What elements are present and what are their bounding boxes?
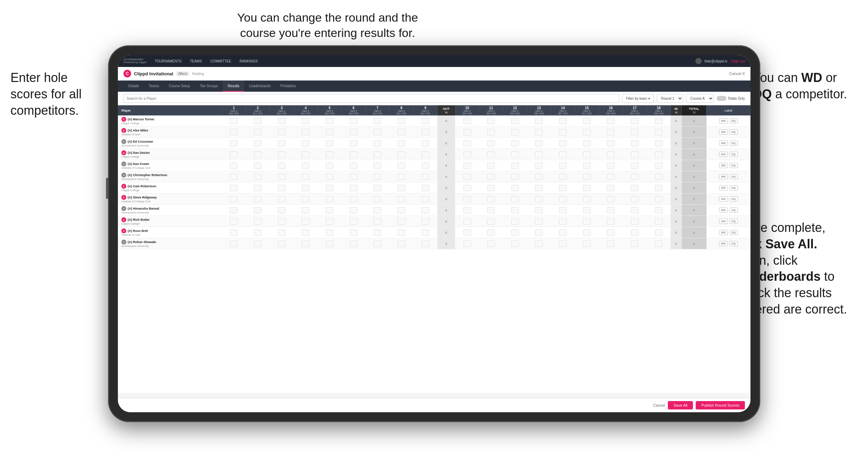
score-input-h18-p9[interactable]: [655, 218, 663, 225]
score-input-h14-p2[interactable]: [559, 140, 567, 146]
score-input-h16-p0[interactable]: [607, 118, 614, 124]
score-input-h2-p3[interactable]: [254, 151, 262, 158]
score-input-h10-p10[interactable]: [463, 229, 471, 236]
score-input-h3-p11[interactable]: [278, 241, 286, 247]
score-input-h13-p8[interactable]: [535, 207, 543, 213]
score-input-h10-p3[interactable]: [463, 151, 471, 158]
score-input-h15-p8[interactable]: [583, 207, 591, 213]
score-input-h3-p7[interactable]: [278, 196, 286, 202]
score-input-h5-p4[interactable]: [326, 163, 333, 169]
score-input-h8-p0[interactable]: [398, 118, 405, 124]
score-input-h9-p10[interactable]: [422, 229, 429, 236]
score-input-h18-p1[interactable]: [655, 129, 663, 135]
score-input-h10-p1[interactable]: [463, 129, 471, 135]
score-input-h17-p9[interactable]: [631, 218, 639, 225]
dq-button-4[interactable]: DQ: [730, 163, 738, 168]
score-input-h9-p0[interactable]: [422, 118, 429, 124]
score-input-h16-p7[interactable]: [607, 196, 614, 202]
score-input-h4-p9[interactable]: [302, 218, 309, 225]
score-input-h9-p9[interactable]: [422, 218, 429, 225]
score-input-h3-p9[interactable]: [278, 218, 286, 225]
score-input-h13-p7[interactable]: [535, 196, 543, 202]
score-input-h16-p11[interactable]: [607, 241, 614, 247]
dq-button-7[interactable]: DQ: [730, 196, 738, 202]
score-input-h4-p8[interactable]: [302, 207, 309, 213]
nav-tournaments[interactable]: TOURNAMENTS: [153, 59, 183, 63]
score-input-h15-p6[interactable]: [583, 185, 591, 191]
score-input-h11-p7[interactable]: [487, 196, 495, 202]
score-input-h17-p0[interactable]: [631, 118, 639, 124]
score-input-h16-p3[interactable]: [607, 151, 614, 158]
score-input-h18-p8[interactable]: [655, 207, 663, 213]
totals-only-toggle[interactable]: Totals Only: [717, 96, 745, 101]
score-input-h13-p10[interactable]: [535, 229, 543, 236]
filter-by-team-button[interactable]: Filter by team ▾: [622, 94, 654, 103]
score-input-h15-p9[interactable]: [583, 218, 591, 225]
score-input-h7-p11[interactable]: [373, 241, 381, 247]
score-input-h2-p11[interactable]: [254, 241, 262, 247]
score-input-h4-p3[interactable]: [302, 151, 309, 158]
score-input-h2-p9[interactable]: [254, 218, 262, 225]
score-input-h7-p6[interactable]: [373, 185, 381, 191]
score-input-h4-p11[interactable]: [302, 241, 309, 247]
tab-tee-groups[interactable]: Tee Groups: [195, 81, 223, 92]
score-input-h9-p1[interactable]: [422, 129, 429, 135]
round-select[interactable]: Round 1 Round 2 Round 3 Round 4: [657, 94, 683, 103]
tournament-cancel-button[interactable]: Cancel X: [729, 71, 745, 76]
score-input-h6-p7[interactable]: [350, 196, 357, 202]
score-input-h12-p10[interactable]: [511, 229, 519, 236]
score-input-h14-p7[interactable]: [559, 196, 567, 202]
score-input-h3-p10[interactable]: [278, 229, 286, 236]
score-input-h13-p3[interactable]: [535, 151, 543, 158]
score-input-h12-p9[interactable]: [511, 218, 519, 225]
score-input-h7-p2[interactable]: [373, 140, 381, 146]
score-input-h9-p5[interactable]: [422, 174, 429, 180]
score-input-h10-p9[interactable]: [463, 218, 471, 225]
score-input-h16-p6[interactable]: [607, 185, 614, 191]
score-input-h11-p8[interactable]: [487, 207, 495, 213]
score-input-h4-p0[interactable]: [302, 118, 309, 124]
wd-button-9[interactable]: WD: [719, 219, 728, 224]
score-input-h6-p11[interactable]: [350, 241, 357, 247]
score-input-h1-p2[interactable]: [230, 140, 237, 146]
score-input-h13-p6[interactable]: [535, 185, 543, 191]
score-input-h11-p4[interactable]: [487, 163, 495, 169]
score-input-h13-p4[interactable]: [535, 163, 543, 169]
score-input-h10-p2[interactable]: [463, 140, 471, 146]
score-input-h6-p1[interactable]: [350, 129, 357, 135]
score-input-h5-p5[interactable]: [326, 174, 333, 180]
tab-printables[interactable]: Printables: [276, 81, 301, 92]
wd-button-7[interactable]: WD: [719, 196, 728, 202]
score-input-h4-p1[interactable]: [302, 129, 309, 135]
score-input-h9-p4[interactable]: [422, 163, 429, 169]
score-input-h5-p11[interactable]: [326, 241, 333, 247]
score-input-h11-p3[interactable]: [487, 151, 495, 158]
score-input-h5-p1[interactable]: [326, 129, 333, 135]
dq-button-6[interactable]: DQ: [730, 185, 738, 190]
score-input-h1-p9[interactable]: [230, 218, 237, 225]
score-input-h13-p5[interactable]: [535, 174, 543, 180]
score-input-h2-p2[interactable]: [254, 140, 262, 146]
score-input-h18-p10[interactable]: [655, 229, 663, 236]
wd-button-0[interactable]: WD: [719, 118, 728, 123]
score-input-h1-p7[interactable]: [230, 196, 237, 202]
score-input-h5-p8[interactable]: [326, 207, 333, 213]
score-input-h1-p6[interactable]: [230, 185, 237, 191]
score-input-h4-p4[interactable]: [302, 163, 309, 169]
score-input-h6-p0[interactable]: [350, 118, 357, 124]
score-input-h7-p0[interactable]: [373, 118, 381, 124]
score-input-h6-p3[interactable]: [350, 151, 357, 158]
score-input-h17-p4[interactable]: [631, 163, 639, 169]
score-input-h3-p5[interactable]: [278, 174, 286, 180]
dq-button-1[interactable]: DQ: [730, 129, 738, 135]
score-input-h17-p1[interactable]: [631, 129, 639, 135]
score-input-h17-p8[interactable]: [631, 207, 639, 213]
score-input-h12-p6[interactable]: [511, 185, 519, 191]
score-input-h15-p2[interactable]: [583, 140, 591, 146]
nav-teams[interactable]: TEAMS: [188, 59, 203, 63]
search-player-input[interactable]: [123, 94, 619, 103]
score-input-h9-p6[interactable]: [422, 185, 429, 191]
score-input-h18-p0[interactable]: [655, 118, 663, 124]
score-input-h17-p10[interactable]: [631, 229, 639, 236]
score-input-h9-p8[interactable]: [422, 207, 429, 213]
